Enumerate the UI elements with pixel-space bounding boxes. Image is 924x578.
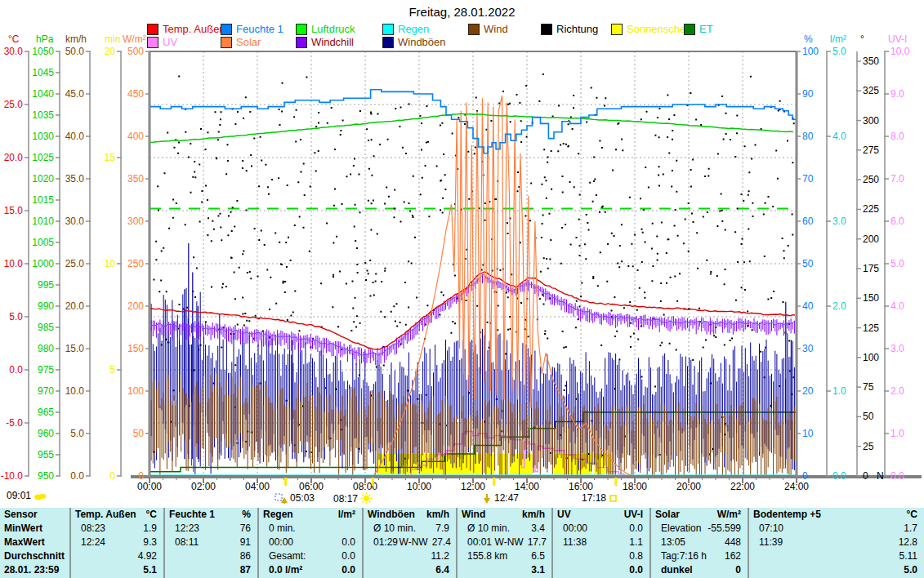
svg-text:200: 200 [863,233,879,245]
svg-text:6.0: 6.0 [891,216,904,227]
cell-value: 11.2 [431,549,456,563]
svg-text:1000: 1000 [32,258,54,269]
svg-text:325: 325 [863,85,879,96]
svg-text:225: 225 [863,203,879,215]
cell-label: 28.01. 23:59 [0,563,59,577]
svg-text:150: 150 [863,292,879,304]
cell-value: 162 [725,549,748,563]
x-tick-label: 16:00 [569,481,593,492]
svg-text:10.0: 10.0 [65,385,85,397]
svg-text:250: 250 [127,258,144,269]
table-header-windboeen: Windböenkm/h [364,508,456,522]
svg-text:5: 5 [109,364,115,376]
svg-text:965: 965 [38,407,54,418]
cell-label: 155.8 km [458,549,507,563]
annotation-0901: 09:01 [7,490,47,501]
annotation-moonrise-time: 05:03 [290,492,315,504]
x-tick-label: 22:00 [730,481,755,492]
cell-value: 86 [240,549,257,563]
svg-text:4.0: 4.0 [891,300,904,312]
svg-text:hPa: hPa [36,33,54,45]
svg-text:°C: °C [8,33,20,45]
svg-text:1040: 1040 [32,88,54,100]
cell-label: Elevation [651,522,701,536]
sensor-summary-table: SensorMinWertMaxWertDurchschnitt28.01. 2… [0,508,924,578]
table-cell: 6.4 [364,563,456,577]
table-cell: 11.2 [364,549,456,563]
svg-text:7.0: 7.0 [891,173,904,185]
cell-value: 76 [240,522,257,536]
weather-chart[interactable]: 30.025.020.015.010.05.00.0-5.0-10.0°C105… [0,0,924,506]
arrow-down-icon [482,493,492,504]
table-header-regen: Regenl/m² [259,508,362,522]
axis-kmh: 50.045.040.035.030.025.020.015.010.05.00… [65,33,91,482]
table-header-uv: UVUV-I [553,508,649,522]
svg-text:50: 50 [802,258,814,269]
svg-text:l/m²: l/m² [830,33,846,45]
svg-text:350: 350 [863,56,879,67]
column-title: Windböen [364,508,415,522]
cell-value: 1.9 [143,522,163,536]
table-header-temp-aussen: Temp. Außen°C [71,508,163,522]
x-tick-label: 00:00 [137,481,162,492]
cell-label: 12:23 [165,522,199,536]
svg-text:50: 50 [133,428,145,439]
column-unit: km/h [426,508,456,522]
cell-label: 01:29 [364,536,398,549]
svg-text:W/m²: W/m² [123,33,146,45]
svg-text:20: 20 [105,46,116,57]
svg-text:1045: 1045 [32,67,54,78]
cell-direction: W-NW [495,536,524,549]
svg-text:°: ° [860,33,864,45]
svg-text:-10.0: -10.0 [1,470,24,482]
cell-label: dunkel [651,563,693,577]
cell-label: 13:05 [651,536,685,549]
svg-text:400: 400 [127,131,144,142]
svg-text:990: 990 [38,300,54,312]
svg-text:1.0: 1.0 [832,385,846,397]
table-cell: 01:29W-NW27.4 [364,536,456,549]
table-cell: Ø 10 min.3.4 [458,522,551,536]
annotation-sunset-time: 17:18 [582,492,606,504]
x-tick-label: 08:00 [353,481,377,492]
svg-text:0.0: 0.0 [9,364,23,376]
table-cell: 08:231.9 [71,522,163,536]
svg-text:275: 275 [863,144,879,156]
svg-text:450: 450 [127,88,144,100]
axis-lm: 5.04.03.02.01.00.0l/m² [826,33,846,482]
cell-value: 4.92 [138,549,163,563]
svg-text:20.0: 20.0 [65,300,85,312]
table-cell: 11:3912.8 [749,536,924,549]
cell-value: 12.8 [899,536,924,549]
svg-text:%: % [804,33,813,45]
cell-value: 0.0 [629,563,649,577]
column-unit: % [242,508,257,522]
svg-text:125: 125 [863,322,879,334]
x-tick-label: 18:00 [623,481,647,492]
table-cell: Ø 10 min.7.9 [364,522,456,536]
table-cell: 0.0 [553,563,649,577]
svg-text:80: 80 [802,131,814,142]
svg-text:9.0: 9.0 [891,88,904,100]
svg-text:90: 90 [802,88,814,100]
table-column-solar: SolarW/m²Elevation-55.59913:05448Tag:7:1… [649,508,748,578]
svg-text:25: 25 [863,441,874,452]
column-title: Feuchte 1 [165,508,215,522]
table-cell: dunkel0 [651,563,748,577]
svg-text:100: 100 [802,46,819,57]
cell-label: Tag:7:16 h [651,549,707,563]
table-cell: 3.1 [458,563,551,577]
svg-text:40.0: 40.0 [65,131,85,142]
annotation-0901-time: 09:01 [7,490,31,501]
cell-value: 9.3 [143,536,163,549]
table-header-feuchte-1: Feuchte 1% [165,508,257,522]
svg-text:1010: 1010 [32,216,54,227]
cell-label: 08:23 [71,522,105,536]
svg-text:100: 100 [127,385,144,397]
cell-label: MinWert [0,522,42,536]
annotation-sunrise-time: 08:17 [333,493,358,505]
table-cell: 07:101.7 [749,522,924,536]
svg-text:3.0: 3.0 [832,216,846,227]
svg-text:4.0: 4.0 [832,131,846,142]
svg-text:70: 70 [802,173,814,185]
